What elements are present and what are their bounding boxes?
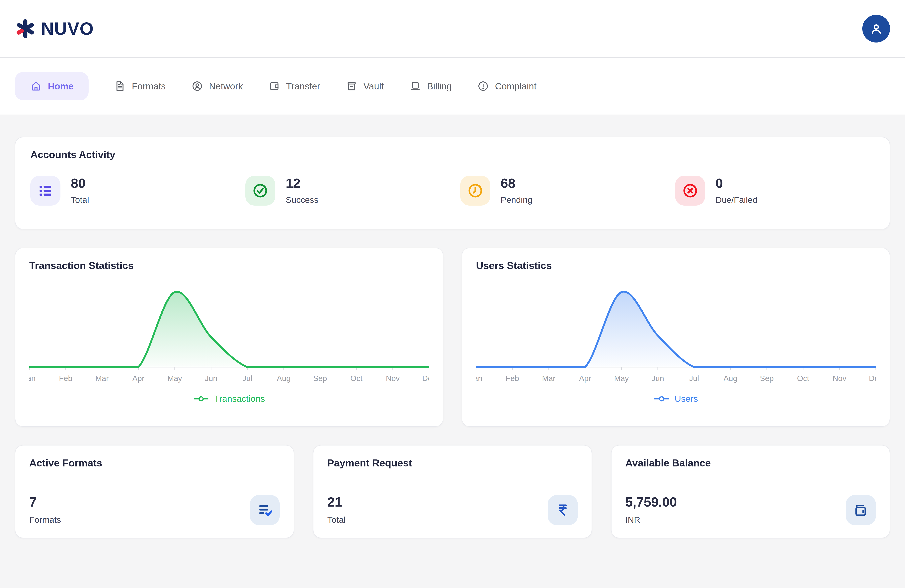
dashboard-page: NUVO HomeFormatsNetworkTransferVaultBill…: [0, 0, 905, 588]
alert-circle-icon: [477, 80, 489, 92]
card-title: Active Formats: [29, 457, 280, 469]
user-icon: [868, 21, 884, 37]
svg-text:Aug: Aug: [724, 374, 737, 383]
clock-icon: [460, 176, 490, 206]
stat-due-failed: 0Due/Failed: [660, 172, 875, 209]
card-value: 5,759.00: [625, 495, 846, 509]
vault-box-icon: [346, 80, 358, 92]
nav-tab-label: Vault: [364, 81, 384, 92]
card-title: Payment Request: [327, 457, 578, 469]
nav-tab-label: Home: [48, 81, 74, 92]
nav-tab-complaint[interactable]: Complaint: [477, 72, 537, 100]
stat-label: Success: [286, 195, 318, 205]
svg-text:Sep: Sep: [760, 374, 773, 383]
nav-tab-vault[interactable]: Vault: [346, 72, 384, 100]
rupee-icon: [548, 495, 578, 525]
home-icon: [30, 80, 42, 92]
list-icon: [30, 176, 60, 206]
svg-text:Mar: Mar: [95, 374, 108, 383]
svg-text:Oct: Oct: [350, 374, 362, 383]
users-statistics-card: Users Statistics JanFebMarAprMayJunJulAu…: [462, 248, 890, 427]
stat-success: 12Success: [230, 172, 445, 209]
nav-tab-label: Billing: [427, 81, 452, 92]
legend-label: Users: [675, 394, 698, 404]
nav-tab-label: Network: [209, 81, 243, 92]
card-sublabel: Formats: [29, 515, 250, 525]
nav-tabs: HomeFormatsNetworkTransferVaultBillingCo…: [0, 58, 905, 115]
stat-total: 80Total: [30, 172, 230, 209]
accounts-activity-card: Accounts Activity 80Total12Success68Pend…: [15, 137, 890, 229]
nav-tab-label: Formats: [132, 81, 166, 92]
nav-tab-home[interactable]: Home: [15, 72, 89, 100]
nav-tab-label: Complaint: [495, 81, 537, 92]
svg-text:Jun: Jun: [651, 374, 664, 383]
stat-value: 12: [286, 176, 318, 191]
svg-text:Mar: Mar: [542, 374, 556, 383]
legend-marker-icon: [654, 396, 669, 402]
svg-text:Jan: Jan: [476, 374, 482, 383]
users-statistics-title: Users Statistics: [476, 260, 876, 272]
nav-tab-network[interactable]: Network: [191, 72, 243, 100]
user-circle-icon: [191, 80, 203, 92]
legend-marker-icon: [193, 396, 209, 402]
svg-text:Jun: Jun: [205, 374, 217, 383]
svg-text:Oct: Oct: [797, 374, 809, 383]
payment-request-card: Payment Request21Total: [313, 445, 592, 538]
nav-tab-label: Transfer: [286, 81, 320, 92]
app-header: NUVO: [0, 0, 905, 58]
chart-legend-users[interactable]: Users: [476, 394, 876, 404]
svg-text:Apr: Apr: [579, 374, 591, 383]
card-body: 5,759.00INR: [625, 495, 876, 525]
card-value: 7: [29, 495, 250, 509]
summary-cards-row: Active Formats7FormatsPayment Request21T…: [15, 445, 890, 538]
asterisk-logo-icon: [15, 18, 36, 40]
nav-tab-formats[interactable]: Formats: [114, 72, 165, 100]
transfer-card-icon: [268, 80, 280, 92]
nav-tab-billing[interactable]: Billing: [409, 72, 452, 100]
card-body: 7Formats: [29, 495, 280, 525]
chart-legend-transactions[interactable]: Transactions: [29, 394, 429, 404]
svg-text:Dec: Dec: [869, 374, 876, 383]
users-chart: JanFebMarAprMayJunJulAugSepOctNovDecUser…: [476, 286, 876, 404]
svg-text:Nov: Nov: [386, 374, 400, 383]
active-formats-card: Active Formats7Formats: [15, 445, 294, 538]
charts-row: Transaction Statistics JanFebMarAprMayJu…: [15, 248, 890, 427]
svg-text:Sep: Sep: [313, 374, 327, 383]
card-sublabel: INR: [625, 515, 846, 525]
svg-text:Feb: Feb: [506, 374, 519, 383]
stat-label: Total: [71, 195, 89, 205]
transaction-statistics-card: Transaction Statistics JanFebMarAprMayJu…: [15, 248, 443, 427]
accounts-activity-title: Accounts Activity: [30, 149, 875, 161]
stat-label: Due/Failed: [716, 195, 757, 205]
main-content: Accounts Activity 80Total12Success68Pend…: [0, 115, 905, 587]
playlist-check-icon: [250, 495, 280, 525]
card-value: 21: [327, 495, 548, 509]
svg-text:Dec: Dec: [422, 374, 429, 383]
svg-text:Jul: Jul: [243, 374, 252, 383]
svg-text:May: May: [167, 374, 182, 383]
accounts-activity-stats: 80Total12Success68Pending0Due/Failed: [30, 172, 875, 209]
stat-label: Pending: [500, 195, 532, 205]
transactions-chart: JanFebMarAprMayJunJulAugSepOctNovDecTran…: [29, 286, 429, 404]
brand-logo[interactable]: NUVO: [15, 18, 94, 40]
svg-text:Jan: Jan: [29, 374, 35, 383]
svg-text:Nov: Nov: [833, 374, 846, 383]
transaction-statistics-title: Transaction Statistics: [29, 260, 429, 272]
user-avatar-button[interactable]: [862, 15, 890, 43]
check-circle-icon: [245, 176, 275, 206]
stat-value: 68: [500, 176, 532, 191]
transactions-area-chart: JanFebMarAprMayJunJulAugSepOctNovDec: [29, 286, 429, 386]
x-circle-icon: [675, 176, 705, 206]
svg-text:Feb: Feb: [59, 374, 72, 383]
laptop-icon: [409, 80, 421, 92]
svg-text:Aug: Aug: [277, 374, 291, 383]
nav-tab-transfer[interactable]: Transfer: [268, 72, 320, 100]
card-title: Available Balance: [625, 457, 876, 469]
available-balance-card: Available Balance5,759.00INR: [611, 445, 890, 538]
card-sublabel: Total: [327, 515, 548, 525]
stat-value: 0: [716, 176, 757, 191]
stat-pending: 68Pending: [445, 172, 660, 209]
svg-text:Jul: Jul: [689, 374, 699, 383]
brand-name: NUVO: [41, 18, 94, 39]
document-icon: [114, 80, 126, 92]
